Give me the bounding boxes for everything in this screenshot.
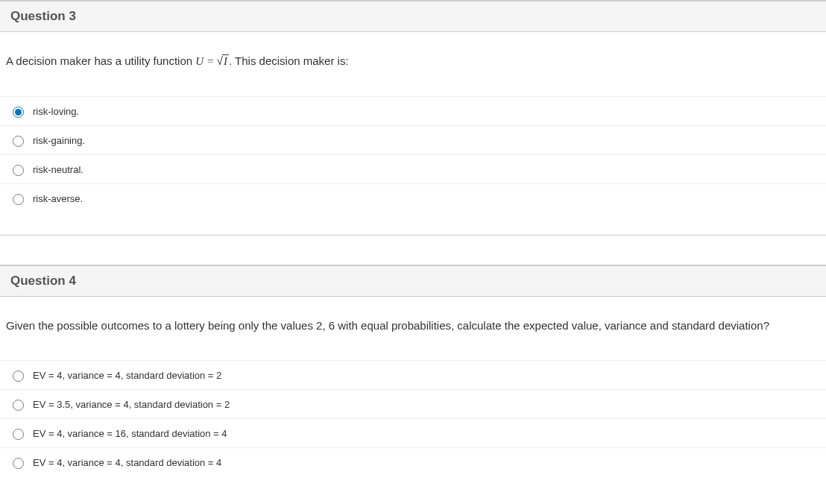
radio-q3-opt2[interactable] (13, 136, 24, 147)
option-row[interactable]: risk-gaining. (0, 125, 826, 154)
question-4-body: Given the possible outcomes to a lottery… (0, 297, 826, 339)
option-row[interactable]: risk-neutral. (0, 154, 826, 183)
question-4-options: EV = 4, variance = 4, standard deviation… (0, 360, 826, 476)
option-label[interactable]: risk-neutral. (33, 164, 83, 175)
sqrt-argument: I (222, 54, 229, 67)
radio-q4-opt3[interactable] (13, 429, 24, 440)
option-row[interactable]: EV = 4, variance = 4, standard deviation… (0, 360, 826, 389)
question-4-block: Question 4 Given the possible outcomes t… (0, 265, 826, 476)
radio-q3-opt3[interactable] (13, 165, 24, 176)
question-3-body: A decision maker has a utility function … (0, 32, 826, 75)
option-label[interactable]: EV = 3.5, variance = 4, standard deviati… (33, 399, 230, 410)
option-label[interactable]: risk-averse. (33, 193, 83, 204)
option-row[interactable]: EV = 4, variance = 4, standard deviation… (0, 447, 826, 476)
question-3-options: risk-loving. risk-gaining. risk-neutral.… (0, 96, 826, 212)
question-3-text-suffix: . This decision maker is: (229, 54, 349, 67)
question-3-block: Question 3 A decision maker has a utilit… (0, 0, 826, 212)
question-4-header: Question 4 (0, 265, 826, 297)
question-4-text: Given the possible outcomes to a lottery… (6, 319, 769, 332)
question-3-text-prefix: A decision maker has a utility function (6, 54, 195, 67)
radio-q4-opt2[interactable] (13, 400, 24, 411)
option-label[interactable]: risk-gaining. (33, 135, 85, 146)
formula-lhs: U (195, 55, 204, 67)
option-row[interactable]: risk-loving. (0, 96, 826, 125)
option-label[interactable]: EV = 4, variance = 4, standard deviation… (33, 370, 221, 381)
radio-q3-opt4[interactable] (13, 194, 24, 205)
radio-q4-opt4[interactable] (13, 458, 24, 469)
formula-eq: = (204, 55, 217, 67)
question-separator (0, 235, 826, 265)
option-label[interactable]: EV = 4, variance = 4, standard deviation… (33, 457, 221, 468)
question-3-header: Question 3 (0, 1, 826, 32)
radio-q4-opt1[interactable] (13, 371, 24, 382)
sqrt-icon: I (217, 54, 229, 68)
option-row[interactable]: EV = 3.5, variance = 4, standard deviati… (0, 389, 826, 418)
option-row[interactable]: EV = 4, variance = 16, standard deviatio… (0, 418, 826, 447)
option-label[interactable]: risk-loving. (33, 106, 79, 117)
radio-q3-opt1[interactable] (13, 107, 24, 118)
option-row[interactable]: risk-averse. (0, 183, 826, 212)
option-label[interactable]: EV = 4, variance = 16, standard deviatio… (33, 428, 227, 439)
